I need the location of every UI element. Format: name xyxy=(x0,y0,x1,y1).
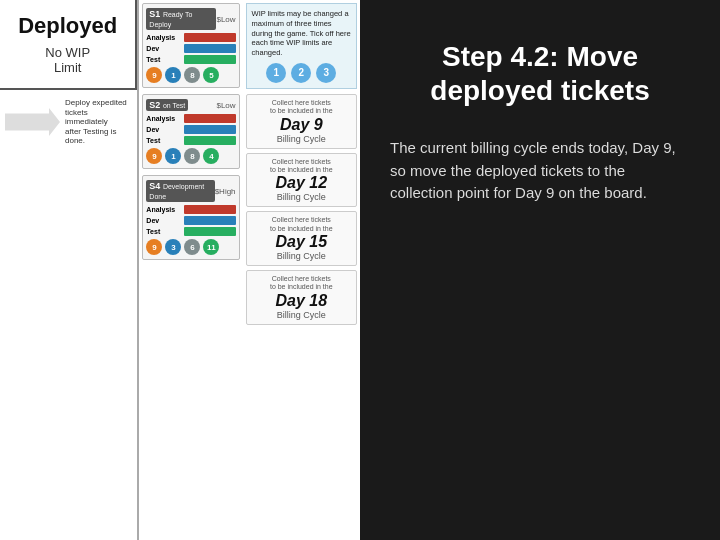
deployed-col: Deployed No WIPLimit Deploy expeditedtic… xyxy=(0,0,139,540)
wip-note: WIP limits may be changed a maximum of t… xyxy=(246,3,357,89)
wip-circles: 1 2 3 xyxy=(252,63,351,83)
ticket-s1-id: S1 Ready To Deploy xyxy=(146,8,216,30)
ticket-s1-analysis-bar xyxy=(184,33,235,42)
wip-note-text: WIP limits may be changed a maximum of t… xyxy=(252,9,351,57)
ticket-s1: S1 Ready To Deploy $Low Analysis Dev Tes… xyxy=(142,3,239,88)
billing-card-day9: Collect here ticketsto be included in th… xyxy=(246,94,357,149)
ticket-s2-analysis-row: Analysis xyxy=(146,113,235,123)
ticket-s2-analysis-bar xyxy=(184,114,235,123)
num-11-s4: 11 xyxy=(203,239,219,255)
no-wip-label: No WIPLimit xyxy=(45,45,90,75)
ticket-s1-header: S1 Ready To Deploy $Low xyxy=(146,8,235,30)
ticket-s4-header: S4 Development Done $High xyxy=(146,180,235,202)
num-6-s4: 6 xyxy=(184,239,200,255)
ticket-s2-dev-bar xyxy=(184,125,235,134)
billing-cycle-day15: Billing Cycle xyxy=(252,251,351,261)
ticket-s1-test-label: Test xyxy=(146,56,184,63)
ticket-s4-dev-bar xyxy=(184,216,235,225)
ticket-s4-id: S4 Development Done xyxy=(146,180,214,202)
ticket-s2: S2 on Test $Low Analysis Dev Test 9 1 8 … xyxy=(142,94,239,169)
billing-card-day15: Collect here ticketsto be included in th… xyxy=(246,211,357,266)
billing-collect-day12: Collect here ticketsto be included in th… xyxy=(252,158,351,175)
billing-cycle-day12: Billing Cycle xyxy=(252,192,351,202)
ticket-s4-dev-label: Dev xyxy=(146,217,184,224)
ticket-s4-test-bar xyxy=(184,227,235,236)
billing-day12: Day 12 xyxy=(252,174,351,192)
billing-collect-day15: Collect here ticketsto be included in th… xyxy=(252,216,351,233)
ticket-s1-analysis-row: Analysis xyxy=(146,32,235,42)
ticket-s4-priority: $High xyxy=(215,187,236,196)
billing-cycle-day18: Billing Cycle xyxy=(252,310,351,320)
arrow-area: Deploy expeditedtickets immediatelyafter… xyxy=(0,90,137,540)
billing-collect-day18: Collect here ticketsto be included in th… xyxy=(252,275,351,292)
ticket-s1-priority: $Low xyxy=(216,15,235,24)
arrow-label: Deploy expeditedtickets immediatelyafter… xyxy=(65,98,132,146)
num-9-s1: 9 xyxy=(146,67,162,83)
ticket-s2-test-row: Test xyxy=(146,135,235,145)
ticket-s4-test-row: Test xyxy=(146,226,235,236)
ticket-s2-analysis-label: Analysis xyxy=(146,115,184,122)
ticket-s4-test-label: Test xyxy=(146,228,184,235)
ticket-s1-test-row: Test xyxy=(146,54,235,64)
tickets-col: S1 Ready To Deploy $Low Analysis Dev Tes… xyxy=(139,0,242,540)
billing-day18: Day 18 xyxy=(252,292,351,310)
step-title: Step 4.2: Move deployed tickets xyxy=(390,40,690,107)
ticket-s4-dev-row: Dev xyxy=(146,215,235,225)
num-3-s4: 3 xyxy=(165,239,181,255)
ticket-s1-numbers: 9 1 8 5 xyxy=(146,67,235,83)
ticket-s2-numbers: 9 1 8 4 xyxy=(146,148,235,164)
ticket-s2-test-label: Test xyxy=(146,137,184,144)
deployed-title: Deployed xyxy=(18,13,117,39)
ticket-s2-test-bar xyxy=(184,136,235,145)
ticket-s2-priority: $Low xyxy=(216,101,235,110)
arrow-icon xyxy=(5,108,60,136)
left-panel: Deployed No WIPLimit Deploy expeditedtic… xyxy=(0,0,360,540)
num-8-s2: 8 xyxy=(184,148,200,164)
arrow-box: Deploy expeditedtickets immediatelyafter… xyxy=(5,98,132,146)
billing-collect-day9: Collect here ticketsto be included in th… xyxy=(252,99,351,116)
num-1-s2: 1 xyxy=(165,148,181,164)
deployed-header: Deployed No WIPLimit xyxy=(0,0,137,90)
step-description: The current billing cycle ends today, Da… xyxy=(390,137,690,205)
ticket-s4-numbers: 9 3 6 11 xyxy=(146,239,235,255)
billing-col: WIP limits may be changed a maximum of t… xyxy=(243,0,360,540)
num-9-s4: 9 xyxy=(146,239,162,255)
wip-circle-1: 1 xyxy=(266,63,286,83)
ticket-s1-dev-label: Dev xyxy=(146,45,184,52)
ticket-s4-analysis-label: Analysis xyxy=(146,206,184,213)
ticket-s1-test-bar xyxy=(184,55,235,64)
billing-day15: Day 15 xyxy=(252,233,351,251)
billing-card-day12: Collect here ticketsto be included in th… xyxy=(246,153,357,208)
ticket-s2-dev-label: Dev xyxy=(146,126,184,133)
wip-circle-3: 3 xyxy=(316,63,336,83)
ticket-s2-header: S2 on Test $Low xyxy=(146,99,235,111)
ticket-s2-dev-row: Dev xyxy=(146,124,235,134)
billing-card-day18: Collect here ticketsto be included in th… xyxy=(246,270,357,325)
billing-cards: Collect here ticketsto be included in th… xyxy=(243,92,360,540)
num-4-s2: 4 xyxy=(203,148,219,164)
ticket-s4: S4 Development Done $High Analysis Dev T… xyxy=(142,175,239,260)
billing-cycle-day9: Billing Cycle xyxy=(252,134,351,144)
wip-circle-2: 2 xyxy=(291,63,311,83)
ticket-s4-analysis-bar xyxy=(184,205,235,214)
ticket-s2-id: S2 on Test xyxy=(146,99,188,111)
ticket-s1-analysis-label: Analysis xyxy=(146,34,184,41)
num-8-s1: 8 xyxy=(184,67,200,83)
num-5-s1: 5 xyxy=(203,67,219,83)
right-panel: Step 4.2: Move deployed tickets The curr… xyxy=(360,0,720,540)
num-9-s2: 9 xyxy=(146,148,162,164)
billing-day9: Day 9 xyxy=(252,116,351,134)
ticket-s1-dev-row: Dev xyxy=(146,43,235,53)
ticket-s4-analysis-row: Analysis xyxy=(146,204,235,214)
num-1-s1: 1 xyxy=(165,67,181,83)
ticket-s1-dev-bar xyxy=(184,44,235,53)
